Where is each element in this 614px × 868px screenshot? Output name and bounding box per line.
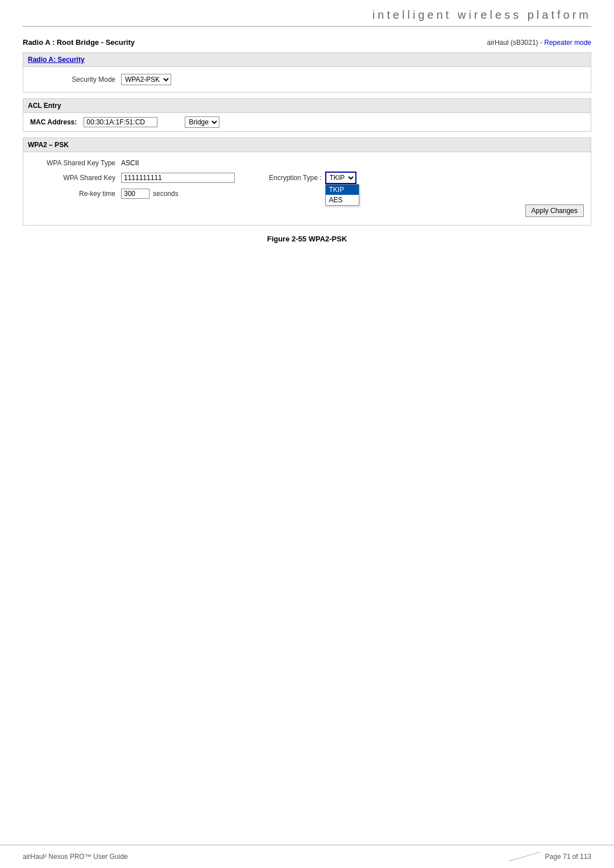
encryption-dropdown-container: TKIP AES TKIP AES xyxy=(325,172,356,184)
footer-slash-icon xyxy=(509,851,543,862)
encryption-label: Encryption Type : xyxy=(269,174,322,182)
security-mode-row: Security Mode None WEP WPA-PSK WPA2-PSK xyxy=(30,72,584,87)
device-info: airHaul (sB3021) - Repeater mode xyxy=(487,39,591,47)
shared-key-label: WPA Shared Key xyxy=(30,174,121,182)
rekey-unit: seconds xyxy=(153,190,179,198)
radio-security-section: Radio A: Security Security Mode None WEP… xyxy=(23,52,591,93)
security-mode-control: None WEP WPA-PSK WPA2-PSK xyxy=(121,74,171,85)
acl-body: MAC Address: Bridge Allow Deny xyxy=(23,113,591,131)
encryption-select[interactable]: TKIP AES xyxy=(325,172,356,184)
footer-product: airHaul² Nexus PRO™ User Guide xyxy=(23,853,128,861)
security-mode-select[interactable]: None WEP WPA-PSK WPA2-PSK xyxy=(121,74,171,85)
key-type-value: ASCII xyxy=(121,159,139,167)
mac-address-label: MAC Address: xyxy=(30,118,77,126)
encryption-dropdown-options: TKIP AES xyxy=(325,184,359,206)
rekey-input[interactable] xyxy=(121,189,150,199)
key-type-row: WPA Shared Key Type ASCII xyxy=(30,157,584,169)
nav-bar: Radio A : Root Bridge - Security airHaul… xyxy=(23,38,591,47)
footer-page-info: Page 71 of 113 xyxy=(545,853,591,861)
encryption-option-tkip[interactable]: TKIP xyxy=(326,185,359,195)
repeater-mode-link[interactable]: Repeater mode xyxy=(544,39,591,47)
rekey-label: Re-key time xyxy=(30,190,121,198)
rekey-row: Re-key time seconds xyxy=(30,186,584,201)
wpa2-header: WPA2 – PSK xyxy=(23,138,591,152)
mac-address-input[interactable] xyxy=(84,117,157,127)
radio-security-link[interactable]: Radio A: Security xyxy=(28,56,85,64)
footer-right: Page 71 of 113 xyxy=(509,851,591,862)
bridge-mode-select[interactable]: Bridge Allow Deny xyxy=(185,116,219,128)
breadcrumb: Radio A : Root Bridge - Security xyxy=(23,38,135,47)
figure-caption: Figure 2-55 WPA2-PSK xyxy=(23,235,591,243)
svg-line-0 xyxy=(509,852,540,861)
apply-changes-button[interactable]: Apply Changes xyxy=(525,205,584,217)
shared-key-row: WPA Shared Key Encryption Type : TKIP AE… xyxy=(30,169,584,186)
security-mode-label: Security Mode xyxy=(30,76,121,84)
bridge-mode-control: Bridge Allow Deny xyxy=(185,116,219,128)
encryption-option-aes[interactable]: AES xyxy=(326,195,359,205)
encryption-group: Encryption Type : TKIP AES TKIP AES xyxy=(269,172,356,184)
wpa2-section: WPA2 – PSK WPA Shared Key Type ASCII WPA… xyxy=(23,137,591,226)
shared-key-input[interactable] xyxy=(121,173,235,183)
brand-title: intelligent wireless platform xyxy=(372,9,591,22)
radio-security-header: Radio A: Security xyxy=(23,53,591,67)
radio-security-body: Security Mode None WEP WPA-PSK WPA2-PSK xyxy=(23,67,591,92)
apply-row: Apply Changes xyxy=(30,201,584,220)
acl-header: ACL Entry xyxy=(23,99,591,113)
footer: airHaul² Nexus PRO™ User Guide Page 71 o… xyxy=(0,845,614,868)
wpa2-body: WPA Shared Key Type ASCII WPA Shared Key… xyxy=(23,152,591,225)
acl-section: ACL Entry MAC Address: Bridge Allow Deny xyxy=(23,98,591,132)
key-type-label: WPA Shared Key Type xyxy=(30,159,121,167)
